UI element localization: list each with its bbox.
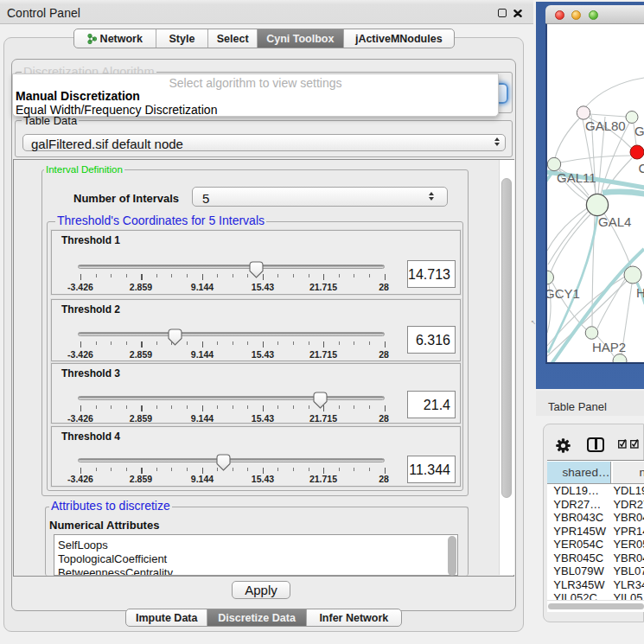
svg-text:GAL11: GAL11: [557, 170, 596, 185]
svg-text:H: H: [636, 285, 644, 300]
svg-text:GAL4: GAL4: [598, 214, 631, 229]
svg-text:CR: CR: [639, 161, 644, 175]
svg-text:GAL80: GAL80: [585, 118, 626, 133]
svg-text:GA: GA: [634, 124, 644, 138]
svg-text:GCY1: GCY1: [547, 286, 580, 301]
svg-text:HAP2: HAP2: [592, 340, 626, 354]
